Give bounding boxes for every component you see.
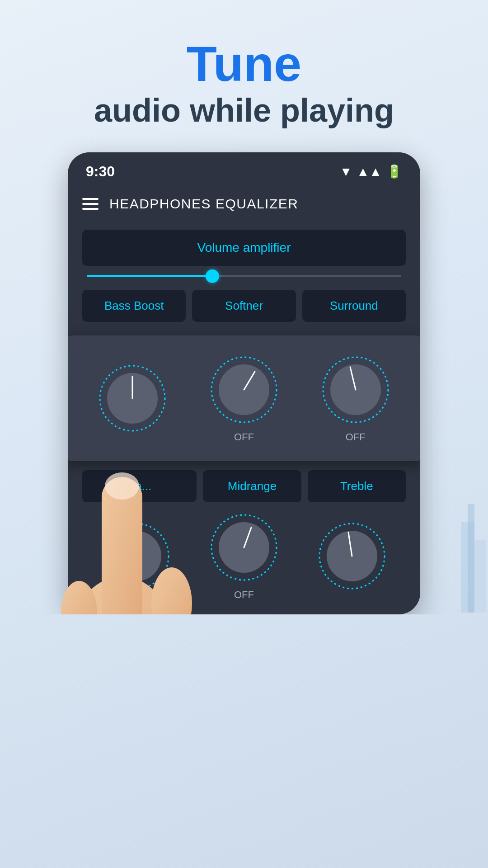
knob-4-container[interactable] xyxy=(100,520,172,592)
svg-rect-27 xyxy=(474,540,486,613)
knob-row-2: OFF xyxy=(82,511,406,601)
wifi-icon: ▼ xyxy=(340,165,352,179)
headline-tune: Tune xyxy=(27,36,461,91)
volume-amplifier-button[interactable]: Volume amplifier xyxy=(82,230,406,266)
headline-subtitle: audio while playing xyxy=(27,91,461,130)
bass-boost-label: Bass Boost xyxy=(104,299,164,312)
knob-3-label: OFF xyxy=(346,431,366,443)
city-silhouette xyxy=(398,477,488,614)
knob-2-label: OFF xyxy=(234,431,254,443)
knob-6-container[interactable] xyxy=(316,520,388,592)
slider-thumb xyxy=(206,269,219,283)
second-section: Ba... Midrange Treble xyxy=(68,461,420,614)
midrange-label: Midrange xyxy=(228,479,277,493)
treble-label: Treble xyxy=(340,479,373,493)
knob-5-svg xyxy=(208,511,280,584)
status-icons: ▼ ▲▲ 🔋 xyxy=(340,164,402,179)
bass-label: Ba... xyxy=(127,479,151,493)
status-bar: 9:30 ▼ ▲▲ 🔋 xyxy=(68,152,420,187)
knob-4-svg xyxy=(100,520,172,592)
knob-3-container[interactable]: OFF xyxy=(319,354,392,443)
knob-3-svg xyxy=(319,354,392,426)
svg-rect-26 xyxy=(468,504,474,613)
surround-label: Surround xyxy=(330,299,378,312)
slider-track xyxy=(87,275,401,277)
app-header: HEADPHONES EQUALIZER xyxy=(68,187,420,221)
knob-1-svg xyxy=(96,362,169,434)
phone-inner: 9:30 ▼ ▲▲ 🔋 HEADPHONES EQUALIZER xyxy=(68,152,420,614)
volume-amplifier-label: Volume amplifier xyxy=(197,241,291,255)
status-time: 9:30 xyxy=(86,163,115,180)
surround-button[interactable]: Surround xyxy=(302,290,406,322)
knob-6-svg xyxy=(316,520,388,592)
app-title: HEADPHONES EQUALIZER xyxy=(109,196,298,212)
knob-row-1: OFF OFF xyxy=(77,354,411,443)
knob-5-label: OFF xyxy=(234,589,254,601)
signal-icon: ▲▲ xyxy=(357,165,382,179)
page-header: Tune audio while playing xyxy=(0,0,488,152)
softner-button[interactable]: Softner xyxy=(192,290,296,322)
knob-1-container[interactable] xyxy=(96,362,169,434)
volume-slider[interactable] xyxy=(82,275,406,277)
knob-2-svg xyxy=(208,354,280,426)
knob-5-container[interactable]: OFF xyxy=(208,511,280,601)
page-wrapper: Tune audio while playing 9:30 ▼ ▲▲ 🔋 xyxy=(0,0,488,614)
knob-2-container[interactable]: OFF xyxy=(208,354,280,443)
effect-buttons-row1: Bass Boost Softner Surround xyxy=(82,290,406,322)
bass-boost-button[interactable]: Bass Boost xyxy=(82,290,186,322)
midrange-button[interactable]: Midrange xyxy=(203,470,301,502)
treble-button[interactable]: Treble xyxy=(308,470,406,502)
app-content: Volume amplifier Bass Boost Softner xyxy=(68,221,420,335)
hamburger-menu[interactable] xyxy=(82,198,99,210)
phone-mockup: 9:30 ▼ ▲▲ 🔋 HEADPHONES EQUALIZER xyxy=(68,152,420,614)
knob-panel: OFF OFF xyxy=(68,335,420,461)
effect-buttons-row2: Ba... Midrange Treble xyxy=(82,470,406,502)
bass-button[interactable]: Ba... xyxy=(82,470,197,502)
softner-label: Softner xyxy=(225,299,263,312)
battery-icon: 🔋 xyxy=(386,164,402,179)
